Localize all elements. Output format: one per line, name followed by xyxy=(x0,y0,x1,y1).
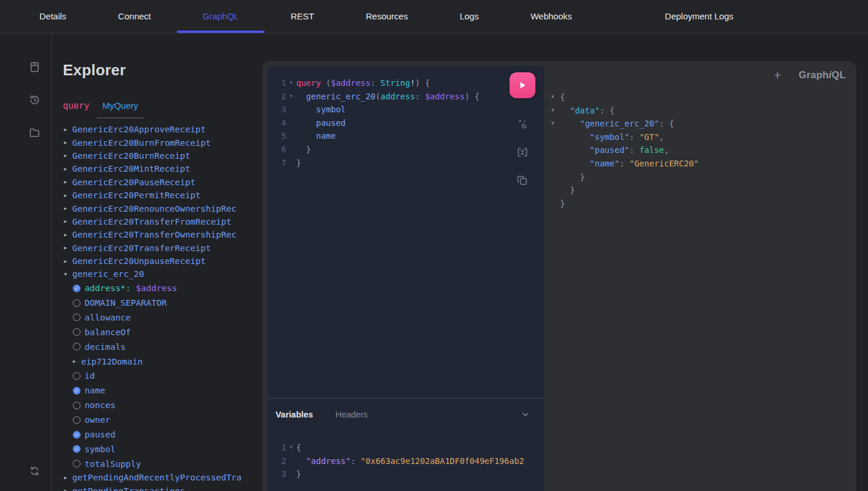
nav-tab-logs[interactable]: Logs xyxy=(434,0,505,33)
nav-tab-deployment-logs[interactable]: Deployment Logs xyxy=(639,0,759,33)
nav-tab-webhooks[interactable]: Webhooks xyxy=(505,0,598,33)
tree-item-genericerc20burnreceipt[interactable]: ▶GenericErc20BurnReceipt xyxy=(63,149,262,162)
field-checkbox xyxy=(73,372,81,380)
expand-arrow-icon: ▶ xyxy=(64,206,71,211)
expand-arrow-icon: ▶ xyxy=(64,127,71,132)
nav-tab-connect[interactable]: Connect xyxy=(92,0,177,33)
tab-headers[interactable]: Headers xyxy=(336,410,368,419)
tree-item-genericerc20unpausereceipt[interactable]: ▶GenericErc20UnpauseReceipt xyxy=(63,255,262,268)
play-icon xyxy=(518,81,527,90)
tree-item-balanceof[interactable]: balanceOf xyxy=(63,325,262,339)
tree-item-paused[interactable]: ✓paused xyxy=(63,427,262,442)
code-line: 1▼query ($address: String!) { xyxy=(276,76,544,90)
execute-button[interactable] xyxy=(510,72,535,98)
graphiql-logo: GraphiQL xyxy=(799,69,846,81)
tree-item-eip712domain[interactable]: ▶eip712Domain xyxy=(63,354,262,369)
prettify-icon[interactable] xyxy=(517,118,528,130)
operation-header: query MyQuery xyxy=(63,101,262,118)
history-icon[interactable] xyxy=(29,94,41,106)
variables-header: Variables Headers xyxy=(267,399,544,430)
code-line: 2▼ generic_erc_20(address: $address) { xyxy=(276,90,544,103)
expand-arrow-icon: ▶ xyxy=(64,179,71,185)
tree-item-nonces[interactable]: nonces xyxy=(63,398,262,413)
new-tab-button[interactable]: + xyxy=(774,69,781,81)
code-line: ▼ "generic_erc_20": { xyxy=(551,117,854,131)
query-editor[interactable]: 1▼query ($address: String!) {2▼ generic_… xyxy=(267,66,544,169)
explorer-title: Explorer xyxy=(63,61,262,79)
field-checkbox xyxy=(73,402,81,409)
merge-fragments-icon[interactable] xyxy=(517,146,528,158)
expand-arrow-icon: ▶ xyxy=(64,193,71,198)
code-line: 7} xyxy=(276,156,544,170)
code-line: 1▼{ xyxy=(276,441,544,455)
field-checkbox: ✓ xyxy=(73,285,81,292)
collapse-chevron-icon[interactable] xyxy=(521,410,530,419)
tree-item-getpendingandrecentlyprocessedtra[interactable]: ▶getPendingAndRecentlyProcessedTra xyxy=(63,471,262,484)
operation-type-label[interactable]: query xyxy=(63,101,89,118)
expand-arrow-icon: ▶ xyxy=(64,153,71,158)
nav-tab-details[interactable]: Details xyxy=(14,0,92,33)
tree-item-genericerc20approvereceipt[interactable]: ▶GenericErc20ApproveReceipt xyxy=(63,123,262,136)
tree-item-genericerc20permitreceipt[interactable]: ▶GenericErc20PermitReceipt xyxy=(63,189,262,202)
folder-icon[interactable] xyxy=(29,127,41,139)
variables-editor[interactable]: 1▼{2 "address": "0x663ac9e1202aBA1DF0f04… xyxy=(267,430,544,481)
field-checkbox xyxy=(73,343,81,350)
tree-item-domain-separator[interactable]: DOMAIN_SEPARATOR xyxy=(63,296,262,310)
field-checkbox: ✓ xyxy=(73,431,81,439)
expand-arrow-icon: ▶ xyxy=(64,232,71,238)
tree-item-genericerc20burnfromreceipt[interactable]: ▶GenericErc20BurnFromReceipt xyxy=(63,136,262,149)
expand-arrow-icon: ▶ xyxy=(64,166,71,172)
expand-arrow-icon: ▶ xyxy=(73,359,80,364)
nav-tab-rest[interactable]: REST xyxy=(264,0,340,33)
code-line: "name": "GenericERC20" xyxy=(551,157,854,171)
tree-item-getpendingtransactions[interactable]: ▶getPendingTransactions xyxy=(63,485,262,491)
copy-query-icon[interactable] xyxy=(517,175,528,186)
field-checkbox xyxy=(73,460,81,467)
tree-item-generic-erc-20[interactable]: ▼generic_erc_20 xyxy=(63,268,262,280)
code-line: "symbol": "GT", xyxy=(551,131,854,144)
nav-tab-resources[interactable]: Resources xyxy=(340,0,434,33)
tree-item-owner[interactable]: owner xyxy=(63,413,262,427)
code-line: } xyxy=(551,197,854,211)
tree-item-allowance[interactable]: allowance xyxy=(63,310,262,325)
code-line: ▼{ xyxy=(551,91,854,104)
code-line: } xyxy=(551,183,854,197)
tree-item-id[interactable]: id xyxy=(63,369,262,383)
expand-arrow-icon: ▶ xyxy=(64,488,71,491)
explorer-tree: ▶GenericErc20ApproveReceipt▶GenericErc20… xyxy=(63,123,262,491)
field-checkbox xyxy=(73,313,81,321)
explorer-panel: Explorer query MyQuery ▶GenericErc20Appr… xyxy=(52,34,262,491)
field-checkbox xyxy=(73,416,81,424)
response-panel: + GraphiQL ▼{▼ "data": {▼ "generic_erc_2… xyxy=(544,61,856,491)
field-checkbox xyxy=(73,299,81,307)
response-header: + GraphiQL xyxy=(774,69,846,81)
tree-item-genericerc20mintreceipt[interactable]: ▶GenericErc20MintReceipt xyxy=(63,162,262,175)
tree-item-totalsupply[interactable]: totalSupply xyxy=(63,456,262,471)
code-line: "paused": false, xyxy=(551,143,854,157)
expand-arrow-icon: ▶ xyxy=(64,259,71,264)
tree-item-symbol[interactable]: ✓symbol xyxy=(63,442,262,456)
field-checkbox xyxy=(73,328,81,336)
nav-tab-graphql[interactable]: GraphQL xyxy=(177,0,265,33)
expand-arrow-icon: ▶ xyxy=(64,140,71,145)
tree-item-decimals[interactable]: decimals xyxy=(63,339,262,354)
plugin-sidebar xyxy=(0,34,52,491)
response-viewer: ▼{▼ "data": {▼ "generic_erc_20": { "symb… xyxy=(551,91,854,210)
refresh-schema-icon[interactable] xyxy=(29,465,41,477)
tree-item-address-[interactable]: ✓address*: $address xyxy=(63,281,262,296)
code-line: 3 symbol xyxy=(276,103,544,116)
tree-item-genericerc20transferfromreceipt[interactable]: ▶GenericErc20TransferFromReceipt xyxy=(63,215,262,228)
tree-item-genericerc20transferreceipt[interactable]: ▶GenericErc20TransferReceipt xyxy=(63,242,262,255)
graphiql-session: 1▼query ($address: String!) {2▼ generic_… xyxy=(262,61,856,491)
code-line: } xyxy=(551,171,854,184)
tab-variables[interactable]: Variables xyxy=(276,410,313,419)
docs-icon[interactable] xyxy=(29,61,41,73)
tree-item-name[interactable]: ✓name xyxy=(63,383,262,398)
tree-item-genericerc20pausereceipt[interactable]: ▶GenericErc20PauseReceipt xyxy=(63,176,262,189)
code-line: 5 name xyxy=(276,129,544,143)
code-line: ▼ "data": { xyxy=(551,104,854,118)
tree-item-genericerc20renounceownershiprec[interactable]: ▶GenericErc20RenounceOwnershipRec xyxy=(63,202,262,215)
top-nav: DetailsConnectGraphQLRESTResourcesLogsWe… xyxy=(0,0,868,34)
tree-item-genericerc20transferownershiprec[interactable]: ▶GenericErc20TransferOwnershipRec xyxy=(63,228,262,241)
operation-name-tab[interactable]: MyQuery xyxy=(96,101,144,118)
